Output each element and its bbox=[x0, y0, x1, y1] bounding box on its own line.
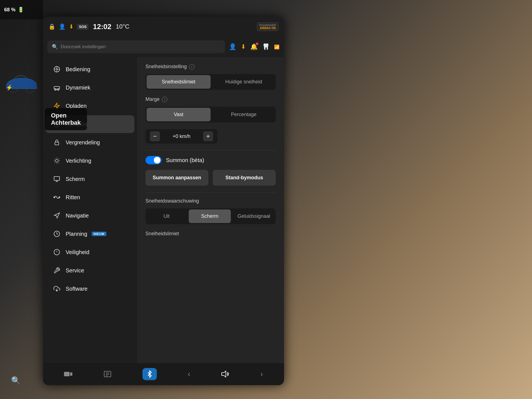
summon-toggle-knob bbox=[154, 157, 160, 163]
svg-marker-30 bbox=[54, 213, 60, 218]
profile-header-icon[interactable]: 👤 bbox=[229, 43, 236, 50]
open-achterbak-line1: Open bbox=[51, 112, 81, 119]
summon-aanpassen-btn[interactable]: Summon aanpassen bbox=[145, 170, 208, 186]
planning-label: Planning bbox=[66, 231, 87, 237]
verlichting-icon bbox=[52, 156, 61, 165]
margin-info-icon[interactable]: i bbox=[162, 97, 167, 102]
bottom-nav-chevron-left[interactable]: ‹ bbox=[188, 370, 190, 378]
svg-line-24 bbox=[58, 158, 59, 159]
open-achterbak-line2: Achterbak bbox=[51, 119, 81, 126]
svg-point-16 bbox=[55, 159, 58, 162]
bottom-nav-bluetooth[interactable] bbox=[142, 368, 157, 380]
sidebar-item-navigatie[interactable]: Navigatie bbox=[46, 207, 134, 224]
download-header-icon[interactable]: ⬇ bbox=[241, 43, 246, 50]
bediening-label: Bediening bbox=[66, 66, 90, 73]
sidebar-item-planning[interactable]: Planning NIEUW bbox=[46, 225, 134, 243]
percentage-btn[interactable]: Percentage bbox=[212, 107, 276, 122]
status-right-icons: PASSENGER AIRBAG ON bbox=[257, 22, 278, 31]
open-achterbak-panel[interactable]: Open Achterbak bbox=[45, 108, 87, 130]
svg-line-19 bbox=[55, 158, 55, 159]
vergrendeling-label: Vergrendeling bbox=[66, 139, 100, 146]
bell-icon[interactable]: 🔔 bbox=[250, 43, 258, 50]
search-placeholder: Doorzoek instellingen bbox=[61, 44, 106, 50]
bottom-nav-profile[interactable] bbox=[104, 370, 111, 378]
search-section: 🔍 Doorzoek instellingen 👤 ⬇ 🔔 🦷 📶 bbox=[43, 37, 284, 57]
svg-marker-12 bbox=[54, 103, 59, 109]
snelheidslimiet-btn[interactable]: Snelheidslimiet bbox=[147, 75, 211, 89]
ritten-label: Ritten bbox=[66, 194, 80, 201]
left-status-bar: 68 % 🔋 bbox=[0, 0, 43, 19]
summon-toggle-row: Summon (bèta) bbox=[145, 156, 276, 164]
summon-action-buttons: Summon aanpassen Stand-bymodus bbox=[145, 170, 276, 186]
vast-btn[interactable]: Vast bbox=[147, 108, 211, 121]
battery-percentage: 68 % bbox=[4, 7, 16, 13]
margin-title: Marge i bbox=[145, 96, 276, 102]
sidebar-item-vergrendeling[interactable]: Vergrendeling bbox=[46, 134, 134, 151]
car-image: ⚡ bbox=[4, 72, 40, 94]
navigatie-icon bbox=[52, 211, 61, 220]
bottom-nav-volume[interactable] bbox=[221, 370, 229, 378]
margin-label: Marge bbox=[145, 96, 160, 102]
sos-badge: SOS bbox=[77, 24, 88, 30]
huidige-snelheid-btn[interactable]: Huidige snelheid bbox=[212, 74, 276, 90]
svg-rect-37 bbox=[70, 372, 72, 376]
car-thumbnail: ⚡ bbox=[0, 55, 43, 111]
bottom-nav: ‹ › bbox=[43, 363, 284, 385]
divider-2 bbox=[145, 192, 276, 193]
bottom-nav-chevron-right[interactable]: › bbox=[260, 370, 263, 378]
planning-badge: NIEUW bbox=[92, 232, 106, 236]
scherm-icon bbox=[52, 175, 61, 183]
software-icon bbox=[52, 284, 61, 293]
sidebar-item-dynamiek[interactable]: Dynamiek bbox=[46, 79, 134, 96]
status-temp: 10°C bbox=[116, 23, 129, 30]
margin-value-display: +0 km/h bbox=[173, 134, 191, 139]
profile-icon: 👤 bbox=[59, 23, 66, 30]
scherm-warning-btn[interactable]: Scherm bbox=[189, 209, 231, 223]
divider-1 bbox=[145, 150, 276, 150]
svg-point-28 bbox=[54, 197, 55, 198]
svg-line-20 bbox=[58, 162, 59, 163]
sidebar-item-scherm[interactable]: Scherm bbox=[46, 170, 134, 188]
speed-warning-group: Uit Scherm Geluidssignaal bbox=[145, 208, 276, 224]
sidebar-item-bediening[interactable]: Bediening bbox=[46, 60, 134, 78]
software-label: Software bbox=[66, 286, 88, 292]
speed-setting-title: Snelheidsinstelling i bbox=[145, 64, 276, 70]
ritten-icon bbox=[52, 193, 61, 202]
stand-bymodus-btn[interactable]: Stand-bymodus bbox=[213, 170, 276, 186]
svg-marker-42 bbox=[222, 371, 226, 377]
settings-panel: Snelheidsinstelling i Snelheidslimiet Hu… bbox=[137, 57, 284, 363]
summon-toggle-label: Summon (bèta) bbox=[166, 157, 204, 163]
svg-rect-25 bbox=[54, 177, 60, 180]
bottom-left-search[interactable]: 🔍 bbox=[11, 376, 21, 385]
planning-icon bbox=[52, 229, 61, 238]
sidebar-item-service[interactable]: Service bbox=[46, 262, 134, 279]
vergrendeling-icon bbox=[52, 138, 61, 147]
speed-warning-title: Snelheidswaarschuwing bbox=[145, 198, 276, 204]
status-time: 12:02 bbox=[93, 22, 111, 31]
tesla-screen: 🔒 👤 ⬇ SOS 12:02 10°C PASSENGER AIRBAG ON… bbox=[43, 17, 284, 385]
lte-icon: 📶 bbox=[274, 44, 280, 50]
header-icons: 👤 ⬇ 🔔 🦷 📶 bbox=[229, 43, 280, 50]
svg-line-23 bbox=[55, 162, 55, 163]
search-container[interactable]: 🔍 Doorzoek instellingen bbox=[47, 40, 225, 53]
sidebar-item-verlichting[interactable]: Verlichting bbox=[46, 152, 134, 170]
sidebar-item-veiligheid[interactable]: Veiligheid bbox=[46, 243, 134, 261]
speed-setting-info-icon[interactable]: i bbox=[189, 64, 195, 70]
content-area: Bediening Dynamiek bbox=[43, 57, 284, 363]
margin-increment-btn[interactable]: + bbox=[203, 131, 213, 141]
svg-text:⚡: ⚡ bbox=[6, 84, 13, 91]
margin-decrement-btn[interactable]: − bbox=[150, 131, 160, 141]
airbag-label: PASSENGER bbox=[259, 24, 276, 27]
sidebar-item-software[interactable]: Software bbox=[46, 280, 134, 298]
main-content: 🔍 Doorzoek instellingen 👤 ⬇ 🔔 🦷 📶 bbox=[43, 37, 284, 363]
bluetooth-icon[interactable]: 🦷 bbox=[262, 43, 270, 50]
uit-btn[interactable]: Uit bbox=[145, 208, 188, 224]
margin-type-group: Vast Percentage bbox=[145, 107, 276, 122]
bottom-nav-media[interactable] bbox=[64, 371, 73, 377]
veiligheid-label: Veiligheid bbox=[66, 249, 89, 255]
sidebar-item-ritten[interactable]: Ritten bbox=[46, 188, 134, 206]
speed-setting-label: Snelheidsinstelling bbox=[145, 64, 187, 70]
summon-toggle-switch[interactable] bbox=[145, 156, 162, 164]
bediening-icon bbox=[52, 65, 61, 74]
geluidssignaal-btn[interactable]: Geluidssignaal bbox=[232, 208, 276, 224]
